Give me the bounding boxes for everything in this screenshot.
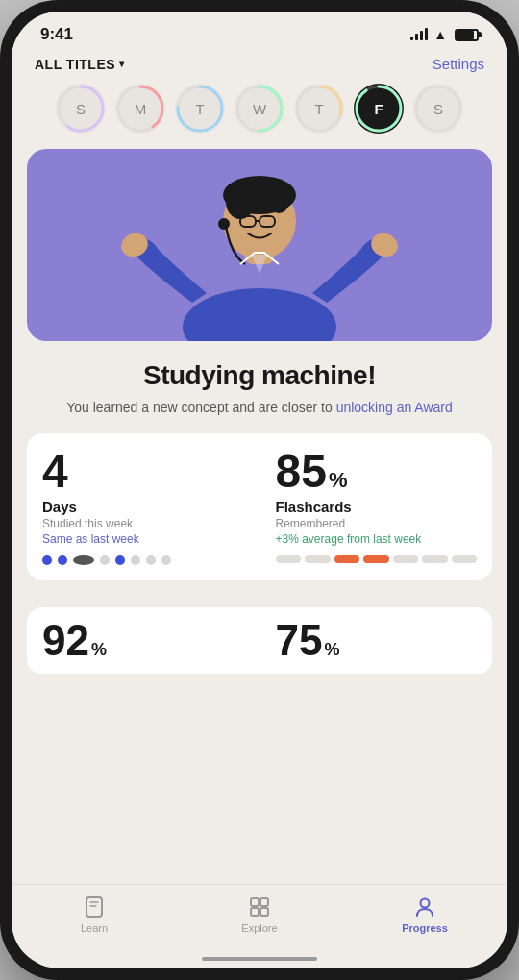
- stat-flashcards-sublabel: Remembered: [276, 517, 478, 530]
- nav-learn-label: Learn: [81, 922, 108, 934]
- day-circle-wed[interactable]: W: [235, 84, 284, 134]
- day-circle-thu[interactable]: T: [294, 84, 344, 134]
- status-icons: ▲: [410, 27, 479, 42]
- bar-5: [393, 555, 419, 563]
- explore-icon: [247, 894, 272, 919]
- svg-rect-27: [260, 898, 268, 906]
- stat-days-label: Days: [42, 499, 244, 515]
- status-bar: 9:41 ▲: [12, 12, 507, 52]
- dot-indicators: [42, 555, 244, 565]
- hero-subtitle: You learned a new concept and are closer…: [40, 399, 479, 418]
- svg-rect-28: [251, 908, 259, 916]
- stat-flashcards-change: +3% average from last week: [276, 532, 478, 546]
- bar-1: [276, 555, 302, 563]
- progress-icon: [412, 894, 437, 919]
- svg-point-21: [218, 218, 230, 230]
- settings-button[interactable]: Settings: [432, 56, 484, 72]
- stat-days-sublabel: Studied this week: [42, 517, 244, 530]
- svg-point-30: [421, 899, 430, 908]
- bar-7: [452, 555, 478, 563]
- stat-second-left: 92 %: [27, 607, 260, 674]
- bar-indicators: [276, 555, 478, 563]
- header: ALL TITLES ▾ Settings: [12, 52, 507, 84]
- nav-item-explore[interactable]: Explore: [221, 894, 298, 934]
- title-section: Studying machine! You learned a new conc…: [12, 360, 507, 433]
- dot-7: [146, 555, 156, 565]
- stat-days: 4 Days Studied this week Same as last we…: [27, 433, 260, 580]
- dot-5: [115, 555, 125, 565]
- svg-point-20: [267, 184, 290, 213]
- day-circle-tue[interactable]: T: [175, 84, 225, 134]
- chevron-down-icon: ▾: [119, 59, 125, 69]
- dot-6: [131, 555, 140, 565]
- dot-2: [58, 555, 67, 565]
- dot-1: [42, 555, 52, 565]
- award-link[interactable]: unlocking an Award: [336, 400, 453, 415]
- phone-screen: 9:41 ▲ ALL TITLES ▾ Settings: [12, 12, 507, 968]
- signal-icon: [410, 29, 428, 40]
- all-titles-label: ALL TITLES: [35, 57, 115, 72]
- bar-4: [363, 555, 389, 563]
- hero-title: Studying machine!: [40, 360, 479, 391]
- learn-icon: [82, 894, 107, 919]
- svg-rect-25: [86, 897, 102, 917]
- all-titles-button[interactable]: ALL TITLES ▾: [35, 57, 125, 72]
- day-circle-sun[interactable]: S: [56, 84, 106, 134]
- stat-second-right: 75 %: [260, 607, 493, 674]
- battery-icon: [455, 29, 479, 41]
- bar-3: [334, 555, 360, 563]
- stat-days-number: 4: [42, 449, 244, 495]
- dot-4: [100, 555, 110, 565]
- stat-flashcards: 85 % Flashcards Remembered +3% average f…: [260, 433, 493, 580]
- nav-item-learn[interactable]: Learn: [56, 894, 133, 934]
- stat-days-change: Same as last week: [42, 532, 244, 546]
- status-time: 9:41: [40, 25, 73, 44]
- stat-flashcards-number: 85 %: [276, 449, 478, 495]
- bottom-nav: Learn Explore Progress: [12, 884, 507, 957]
- svg-rect-29: [260, 908, 268, 916]
- svg-point-19: [226, 184, 255, 219]
- svg-rect-26: [251, 898, 259, 906]
- wifi-icon: ▲: [433, 27, 447, 42]
- stats-row2: 92 % 75 %: [27, 607, 492, 674]
- bar-6: [422, 555, 448, 563]
- nav-explore-label: Explore: [241, 922, 277, 934]
- stat-flashcards-label: Flashcards: [276, 499, 478, 515]
- svg-point-13: [183, 288, 336, 341]
- nav-progress-label: Progress: [402, 922, 448, 934]
- phone-shell: 9:41 ▲ ALL TITLES ▾ Settings: [0, 0, 519, 980]
- day-circle-sat[interactable]: S: [413, 84, 463, 134]
- stat-second-left-number: 92 %: [42, 620, 244, 662]
- day-circles: S M T W T: [12, 84, 507, 149]
- day-circle-fri[interactable]: F: [354, 84, 404, 134]
- dot-8: [161, 555, 171, 565]
- stats-row: 4 Days Studied this week Same as last we…: [27, 433, 492, 580]
- nav-item-progress[interactable]: Progress: [386, 894, 463, 934]
- hero-card: [27, 149, 492, 341]
- day-circle-mon[interactable]: M: [115, 84, 165, 134]
- home-indicator: [202, 957, 317, 961]
- stat-second-right-number: 75 %: [276, 620, 478, 662]
- bar-2: [305, 555, 331, 563]
- dot-3: [73, 555, 94, 565]
